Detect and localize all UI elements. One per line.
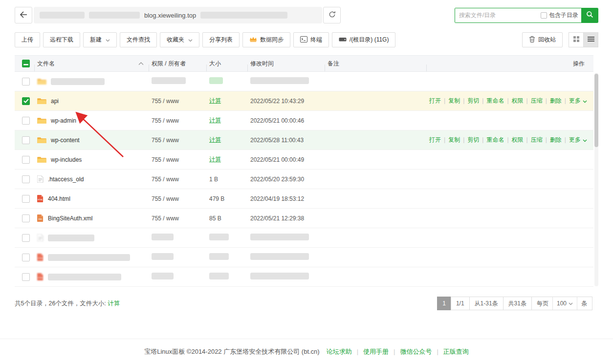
folder-icon [37,136,46,144]
file-name[interactable]: 404.html [48,195,70,202]
table-row[interactable]: .htaccess_old755 / www1 B2022/05/20 23:5… [15,170,593,189]
row-checkbox[interactable] [22,175,30,183]
row-check-cell [15,136,37,144]
row-checkbox[interactable] [22,136,30,144]
new-button[interactable]: 新建 [83,32,117,47]
table-row[interactable] [15,228,593,248]
action-permission[interactable]: 权限 [512,97,524,105]
root-dir-button[interactable]: /(根目录) (11G) [332,32,395,47]
action-delete[interactable]: 删除 [550,136,562,144]
table-row[interactable]: api755 / www计算2022/05/22 10:43:29打开|复制|剪… [15,91,593,111]
row-checkbox[interactable] [22,214,30,222]
header-note[interactable]: 备注 [328,60,429,68]
table-row[interactable]: HTML404.html755 / www479 B2022/04/19 18:… [15,189,593,209]
summary-calc-link[interactable]: 计算 [108,300,120,307]
action-compress[interactable]: 压缩 [531,97,543,105]
action-copy[interactable]: 复制 [448,97,460,105]
file-name[interactable]: api [51,98,59,105]
action-more[interactable]: 更多 [569,97,587,105]
file-name[interactable]: wp-content [51,137,80,144]
share-list-button[interactable]: 分享列表 [202,32,240,47]
size-calc-link[interactable]: 计算 [209,97,221,104]
favorites-button[interactable]: 收藏夹 [160,32,199,47]
size-calc-link[interactable]: 计算 [209,156,221,163]
table-row[interactable]: HTML [15,248,593,267]
list-view-button[interactable] [583,32,598,47]
file-find-button[interactable]: 文件查找 [120,32,157,47]
folder-icon [37,156,46,163]
footer-link[interactable]: 使用手册 [363,347,389,356]
row-checkbox[interactable] [22,78,30,86]
include-subdir-option[interactable]: 包含子目录 [541,11,581,20]
recycle-bin-button[interactable]: 回收站 [522,32,563,47]
file-name[interactable]: .htaccess_old [48,176,84,183]
table-row[interactable]: wp-admin755 / www计算2022/05/21 00:00:46 [15,111,593,130]
table-row[interactable]: wp-content755 / www计算2022/05/28 11:00:43… [15,130,593,150]
file-name[interactable]: BingSiteAuth.xml [48,215,92,222]
row-checkbox[interactable] [22,195,30,203]
row-check-cell [15,214,37,222]
toolbar: 上传 远程下载 新建 文件查找 收藏夹 分享列表 数据同步 终端 /(根目录) … [0,23,613,47]
action-open[interactable]: 打开 [429,136,441,144]
search-button[interactable] [581,8,598,23]
page-number-button[interactable]: 1 [437,297,451,310]
search-input[interactable] [455,8,541,22]
file-name[interactable]: wp-includes [51,156,82,163]
html-icon: HTML [37,254,44,261]
filename-cell: HTML [37,273,152,280]
header-permission[interactable]: 权限 / 所有者 [152,60,209,68]
size-calc-link[interactable]: 计算 [209,136,221,143]
per-page-select[interactable]: 100 [552,297,577,310]
folder-icon [37,117,46,124]
remote-download-button[interactable]: 远程下载 [43,32,80,47]
footer-link[interactable]: 微信公众号 [400,347,432,356]
header-filename[interactable]: 文件名 [37,60,152,68]
row-checkbox[interactable] [22,97,30,105]
action-delete[interactable]: 删除 [550,97,562,105]
header-mtime[interactable]: 修改时间 [250,60,328,68]
action-compress[interactable]: 压缩 [531,136,543,144]
action-rename[interactable]: 重命名 [486,97,504,105]
refresh-button[interactable] [323,7,341,23]
row-checkbox[interactable] [22,117,30,125]
data-sync-button[interactable]: 数据同步 [242,32,290,47]
scrollbar-thumb[interactable] [594,74,598,147]
footer-link[interactable]: 正版查询 [443,347,469,356]
action-cut[interactable]: 剪切 [467,97,479,105]
select-all-checkbox[interactable] [22,60,30,67]
redacted-text [250,273,309,279]
row-checkbox[interactable] [22,254,30,261]
disk-icon [339,36,347,44]
redacted-text [209,234,229,240]
row-checkbox[interactable] [22,234,30,242]
vertical-scrollbar[interactable] [594,73,598,286]
action-more[interactable]: 更多 [569,136,587,144]
table-row[interactable]: XMLBingSiteAuth.xml755 / www85 B2022/05/… [15,209,593,228]
grid-view-button[interactable] [569,32,584,47]
row-checkbox[interactable] [22,156,30,164]
include-subdir-checkbox[interactable] [541,12,547,19]
path-bar[interactable]: blog.xieweiling.top [34,7,322,23]
svg-text:XML: XML [38,218,43,220]
table-row[interactable]: wp-includes755 / www计算2022/05/21 00:00:4… [15,150,593,170]
action-open[interactable]: 打开 [429,97,441,105]
footer-link[interactable]: 论坛求助 [327,347,352,356]
size-calc-link[interactable]: 计算 [209,117,221,124]
action-rename[interactable]: 重命名 [486,136,504,144]
terminal-button[interactable]: 终端 [293,32,329,47]
table-row[interactable]: HTML [15,267,593,287]
table-row[interactable] [15,72,593,91]
header-size[interactable]: 大小 [209,60,250,68]
row-checkbox[interactable] [22,273,30,281]
file-name[interactable]: wp-admin [51,117,76,124]
file-icon [37,234,44,241]
action-cut[interactable]: 剪切 [467,136,479,144]
action-copy[interactable]: 复制 [448,136,460,144]
row-check-cell [15,117,37,125]
back-button[interactable] [15,7,32,23]
sort-asc-icon[interactable] [138,62,144,65]
search-group: 包含子目录 [455,8,598,23]
action-permission[interactable]: 权限 [512,136,524,144]
file-table-body: api755 / www计算2022/05/22 10:43:29打开|复制|剪… [15,72,598,287]
upload-button[interactable]: 上传 [15,32,40,47]
